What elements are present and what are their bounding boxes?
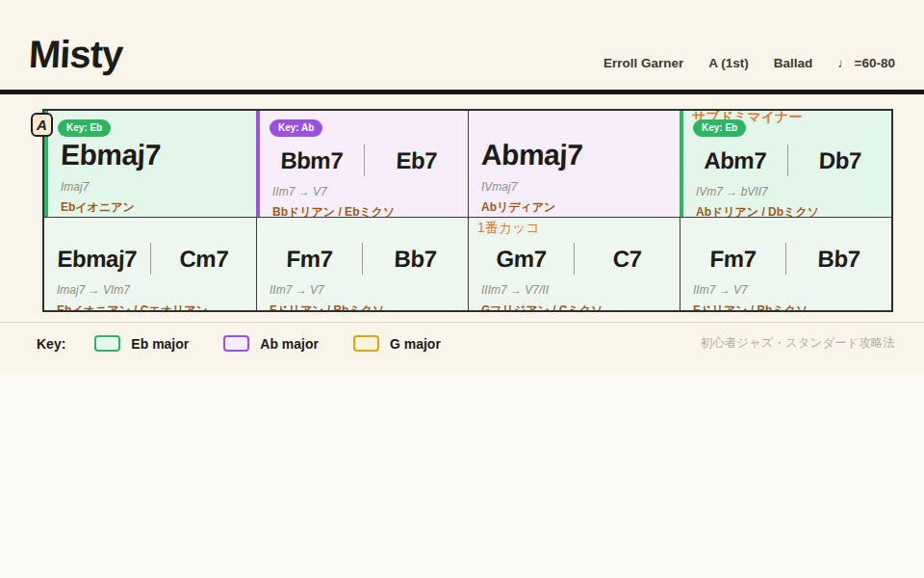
- key-badge-eb: Key: Eb: [693, 119, 746, 137]
- bar-cell: 1番カッコ Gm7 C7 IIIm7 → V7/II Gフリジアン / Cミクソ: [468, 217, 680, 310]
- annotation-first-ending: 1番カッコ: [477, 220, 540, 237]
- bar-cell: Ebmaj7 Cm7 Imaj7 → VIm7 Ebイオニアン / Cエオリアン: [44, 217, 256, 310]
- chord: Cm7: [150, 246, 256, 273]
- roman-numeral-analysis: Imaj7 → VIm7: [44, 283, 256, 297]
- roman-numeral-analysis: Imaj7: [48, 180, 256, 194]
- chord-chart: A Key: Eb Ebmaj7 Imaj7 Ebイオニアン Key: Ab B…: [42, 109, 893, 312]
- composer-label: Erroll Garner: [603, 56, 683, 70]
- bar-cell: Key: Ab Bbm7 Eb7 IIm7 → V7 Bbドリアン / Ebミク…: [256, 111, 468, 217]
- legend-item-g-major: G major: [353, 335, 441, 352]
- eb-major-swatch: [94, 335, 120, 352]
- chord: Fm7: [680, 246, 786, 273]
- song-meta: Erroll Garner A (1st) Ballad ♩ =60-80: [603, 56, 895, 76]
- header-divider: [0, 90, 924, 94]
- scale-label: Abリディアン: [469, 199, 680, 216]
- chord: Bb7: [786, 246, 891, 273]
- bar-cell: サブドミマイナー Key: Eb Abm7 Db7 IVm7 → bVII7 A…: [680, 111, 891, 217]
- site-credit: 初心者ジャズ・スタンダード攻略法: [701, 335, 895, 352]
- scale-label: Ebイオニアン / Cエオリアン: [44, 302, 256, 310]
- bar-cell: Key: Eb Ebmaj7 Imaj7 Ebイオニアン: [44, 111, 256, 217]
- chord: Bb7: [363, 246, 468, 273]
- chord: Eb7: [364, 147, 468, 174]
- lead-sheet: Misty Erroll Garner A (1st) Ballad ♩ =60…: [0, 0, 924, 373]
- legend-item-label: Eb major: [131, 336, 189, 352]
- key-badge-ab: Key: Ab: [270, 119, 322, 137]
- page-title: Misty: [28, 33, 124, 76]
- chord: Fm7: [257, 246, 363, 273]
- legend-item-label: G major: [390, 336, 441, 352]
- roman-numeral-analysis: IIIm7 → V7/II: [469, 283, 680, 297]
- chord: Ebmaj7: [44, 246, 150, 273]
- section-meta-label: A (1st): [708, 56, 749, 70]
- legend-item-eb-major: Eb major: [94, 335, 189, 352]
- scale-label: Fドリアン / Bbミクソ: [257, 302, 468, 310]
- ab-major-swatch: [223, 335, 249, 352]
- legend-item-ab-major: Ab major: [223, 335, 319, 352]
- header: Misty Erroll Garner A (1st) Ballad ♩ =60…: [0, 0, 924, 90]
- scale-label: Ebイオニアン: [48, 199, 256, 216]
- key-badge-eb: Key: Eb: [58, 119, 111, 137]
- bar-cell: Fm7 Bb7 IIm7 → V7 Fドリアン / Bbミクソ: [256, 217, 468, 310]
- section-a-badge: A: [31, 113, 53, 137]
- bar-cell: Abmaj7 IVmaj7 Abリディアン: [468, 111, 680, 217]
- chord: C7: [575, 246, 680, 273]
- style-label: Ballad: [774, 56, 813, 70]
- chord: Db7: [787, 147, 891, 174]
- scale-label: Bbドリアン / Ebミクソ: [260, 204, 468, 217]
- scale-label: Fドリアン / Bbミクソ: [680, 302, 891, 310]
- legend-item-label: Ab major: [260, 336, 319, 352]
- scale-label: Gフリジアン / Cミクソ: [469, 302, 680, 310]
- roman-numeral-analysis: IVmaj7: [469, 180, 680, 194]
- g-major-swatch: [353, 335, 379, 352]
- chord: Abmaj7: [468, 139, 680, 171]
- chord: Gm7: [469, 246, 575, 273]
- tempo-label: ♩ =60-80: [837, 56, 895, 70]
- bar-cell: Fm7 Bb7 IIm7 → V7 Fドリアン / Bbミクソ: [680, 217, 891, 310]
- roman-numeral-analysis: IIm7 → V7: [260, 185, 468, 198]
- roman-numeral-analysis: IIm7 → V7: [680, 283, 891, 297]
- key-legend: Key: Eb major Ab major G major 初心者ジャズ・スタ…: [0, 322, 924, 367]
- scale-label: Abドリアン / Dbミクソ: [683, 204, 891, 217]
- legend-label: Key:: [37, 336, 65, 352]
- roman-numeral-analysis: IVm7 → bVII7: [683, 185, 891, 198]
- chord: Bbm7: [260, 147, 364, 174]
- chord: Ebmaj7: [47, 139, 256, 171]
- roman-numeral-analysis: IIm7 → V7: [257, 283, 468, 297]
- chord: Abm7: [683, 147, 787, 174]
